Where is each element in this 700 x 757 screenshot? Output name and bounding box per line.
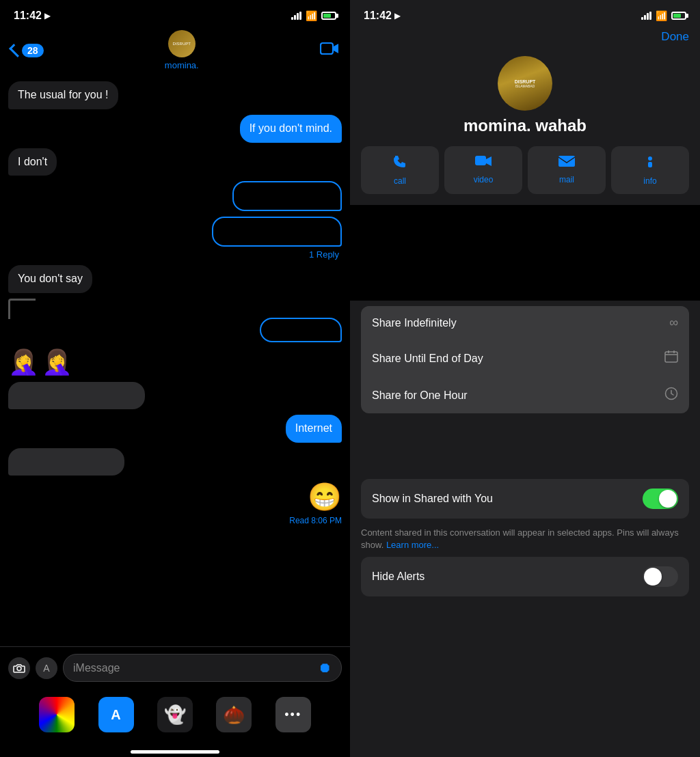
dock-photos[interactable] [39, 697, 75, 732]
input-placeholder: iMessage [73, 662, 120, 674]
share-indefinitely-label: Share Indefinitely [372, 317, 457, 329]
time-left: 11:42 [14, 10, 42, 22]
share-indefinitely-option[interactable]: Share Indefinitely ∞ [361, 306, 689, 340]
contact-center[interactable]: DISRUPT momina. [165, 30, 199, 70]
home-bar-left [131, 750, 219, 754]
svg-rect-0 [321, 43, 333, 54]
message-bubble-3: I don't [8, 148, 57, 176]
read-receipt: Read 8:06 PM [289, 516, 342, 525]
messages-area: The usual for you ! If you don't mind. I… [0, 76, 350, 646]
info-icon [643, 154, 658, 174]
video-label: video [474, 175, 494, 184]
message-bubble-dark-1 [8, 382, 145, 409]
shared-with-you-toggle[interactable] [643, 488, 678, 509]
back-chevron-icon [9, 44, 23, 57]
dock-more[interactable]: ••• [275, 697, 311, 732]
contact-avatar-small: DISRUPT [168, 30, 196, 57]
call-label: call [394, 176, 406, 186]
wifi-icon-right: 📶 [656, 10, 667, 21]
location-dropdown: Share Indefinitely ∞ Share Until End of … [361, 306, 689, 413]
message-input-field[interactable]: iMessage ⏺ [63, 654, 342, 682]
nav-bar: 28 DISRUPT momina. [0, 27, 350, 76]
svg-rect-8 [673, 350, 675, 353]
clock-icon [664, 387, 678, 404]
hide-alerts-section: Hide Alerts [361, 557, 689, 596]
wifi-icon-left: 📶 [306, 10, 317, 21]
avatar-img-small: DISRUPT [168, 30, 196, 57]
profile-avatar[interactable]: DISRUPT ISLAMABAD [498, 56, 552, 111]
contact-header: Done [350, 27, 700, 49]
hide-alerts-knob [644, 568, 662, 586]
svg-rect-6 [665, 352, 677, 362]
info-button[interactable]: info [611, 146, 689, 194]
hide-alerts-toggle[interactable] [643, 566, 678, 587]
toggle-knob [659, 490, 677, 508]
action-buttons: call video mail [350, 146, 700, 205]
media-preview [350, 205, 700, 301]
share-one-hour-option[interactable]: Share for One Hour [361, 377, 689, 413]
calendar-icon [664, 350, 678, 367]
loading-icon [8, 299, 36, 319]
reply-label[interactable]: 1 Reply [309, 249, 339, 260]
learn-more-link[interactable]: Learn more... [386, 540, 439, 550]
loading-area [8, 299, 36, 319]
camera-button[interactable] [8, 657, 30, 679]
message-bubble-2: If you don't mind. [240, 115, 342, 143]
svg-rect-2 [475, 156, 486, 165]
battery-icon-right [671, 12, 686, 20]
contact-name-nav[interactable]: momina. [165, 60, 199, 70]
call-icon [392, 154, 407, 174]
location-arrow-right: ▶ [394, 12, 400, 20]
message-bubble-7: You don't say [8, 265, 92, 293]
avatar-image: DISRUPT ISLAMABAD [498, 56, 552, 111]
emoji-reaction: 😁 [308, 481, 342, 513]
message-bubble-dark-2 [8, 448, 124, 476]
time-right: 11:42 [364, 10, 392, 22]
svg-point-1 [17, 666, 21, 670]
dock-appstore[interactable]: A [98, 697, 134, 732]
home-indicator-left [0, 752, 350, 757]
video-call-button[interactable] [320, 41, 339, 60]
location-arrow-left: ▶ [44, 12, 50, 20]
video-icon [474, 154, 492, 172]
contact-profile: DISRUPT ISLAMABAD momina. wahab [350, 49, 700, 146]
share-end-of-day-label: Share Until End of Day [372, 353, 483, 365]
message-bubble-4 [232, 181, 342, 211]
shared-with-you-label: Show in Shared with You [372, 493, 493, 505]
mail-label: mail [559, 175, 574, 184]
share-one-hour-label: Share for One Hour [372, 389, 468, 402]
emoji-row: 🤦‍♀️ 🤦‍♀️ [8, 348, 72, 376]
hide-alerts-row: Hide Alerts [361, 557, 689, 596]
video-button[interactable]: video [444, 146, 522, 194]
info-label: info [643, 176, 656, 186]
mail-icon [558, 154, 576, 172]
message-bubble-sent-outline-tiny [260, 318, 342, 342]
apps-button[interactable]: A [36, 657, 57, 679]
shared-info-text: Content shared in this conversation will… [350, 524, 700, 557]
dock-ghost[interactable]: 👻 [157, 697, 193, 732]
message-bubble-internet: Internet [286, 415, 342, 443]
right-panel: 11:42 ▶ 📶 Done DISRUPT ISLAMABAD [350, 0, 700, 757]
call-button[interactable]: call [361, 146, 439, 194]
svg-rect-7 [668, 350, 669, 353]
shared-with-you-section: Show in Shared with You Content shared i… [350, 473, 700, 557]
mail-button[interactable]: mail [528, 146, 606, 194]
back-button[interactable]: 28 [11, 44, 44, 57]
infinity-icon: ∞ [669, 316, 678, 330]
audio-button[interactable]: ⏺ [318, 660, 332, 676]
show-in-shared-row: Show in Shared with You [361, 479, 689, 519]
left-panel: 11:42 ▶ 📶 28 DISRUPT [0, 0, 350, 757]
hide-alerts-label: Hide Alerts [372, 570, 425, 583]
share-end-of-day-option[interactable]: Share Until End of Day [361, 340, 689, 377]
signal-icon-left [291, 12, 301, 20]
dock-acorn[interactable]: 🌰 [216, 697, 252, 732]
back-badge[interactable]: 28 [22, 44, 44, 57]
svg-point-4 [648, 156, 652, 161]
input-bar: A iMessage ⏺ [0, 646, 350, 689]
svg-rect-3 [558, 156, 575, 167]
status-icons-left: 📶 [291, 10, 336, 21]
status-bar-left: 11:42 ▶ 📶 [0, 0, 350, 27]
dock: A 👻 🌰 ••• [0, 689, 350, 752]
done-button[interactable]: Done [661, 30, 689, 44]
svg-rect-5 [648, 162, 652, 167]
